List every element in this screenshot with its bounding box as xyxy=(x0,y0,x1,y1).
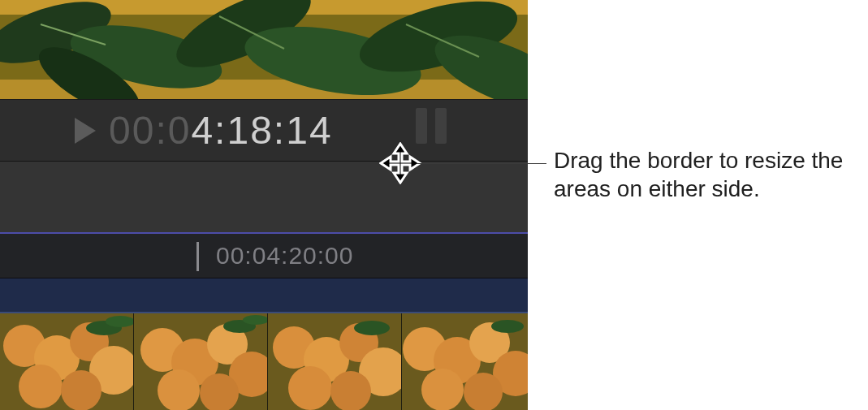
viewer-preview[interactable] xyxy=(0,0,528,99)
filmstrip-track[interactable] xyxy=(0,313,528,410)
svg-point-43 xyxy=(464,373,503,410)
ruler-timecode: 00:04:20:00 xyxy=(216,242,353,270)
playhead-marker[interactable] xyxy=(196,242,199,271)
timecode-bar: 00:04:18:14 xyxy=(0,99,528,161)
panel-divider[interactable] xyxy=(0,161,528,232)
clip-thumbnail[interactable] xyxy=(0,313,134,410)
svg-point-36 xyxy=(354,321,390,335)
callout-leader-line xyxy=(417,163,546,164)
clip-thumbnail[interactable] xyxy=(134,313,268,410)
svg-point-35 xyxy=(330,371,371,410)
clip-thumbnail[interactable] xyxy=(268,313,402,410)
audio-meter-bar xyxy=(416,108,427,144)
svg-point-34 xyxy=(288,366,332,410)
svg-point-25 xyxy=(158,369,200,410)
svg-marker-10 xyxy=(75,118,96,144)
clip-thumbnail[interactable] xyxy=(402,313,528,410)
editor-panel: 00:04:18:14 00:04:20:00 xyxy=(0,0,528,410)
callout-text: Drag the border to resize the areas on e… xyxy=(554,146,854,203)
audio-meters xyxy=(416,108,447,144)
svg-point-42 xyxy=(421,369,464,410)
timeline-ruler[interactable]: 00:04:20:00 xyxy=(0,232,528,278)
audio-meter-bar xyxy=(435,108,447,144)
viewer-image xyxy=(0,0,528,99)
timecode-active[interactable]: 4:18:14 xyxy=(191,108,332,153)
svg-point-17 xyxy=(61,370,101,410)
timecode-dimmed: 00:0 xyxy=(109,108,191,153)
timeline-track-gap xyxy=(0,278,528,313)
svg-point-16 xyxy=(19,365,63,408)
play-icon[interactable] xyxy=(75,118,97,144)
svg-point-44 xyxy=(491,320,524,333)
